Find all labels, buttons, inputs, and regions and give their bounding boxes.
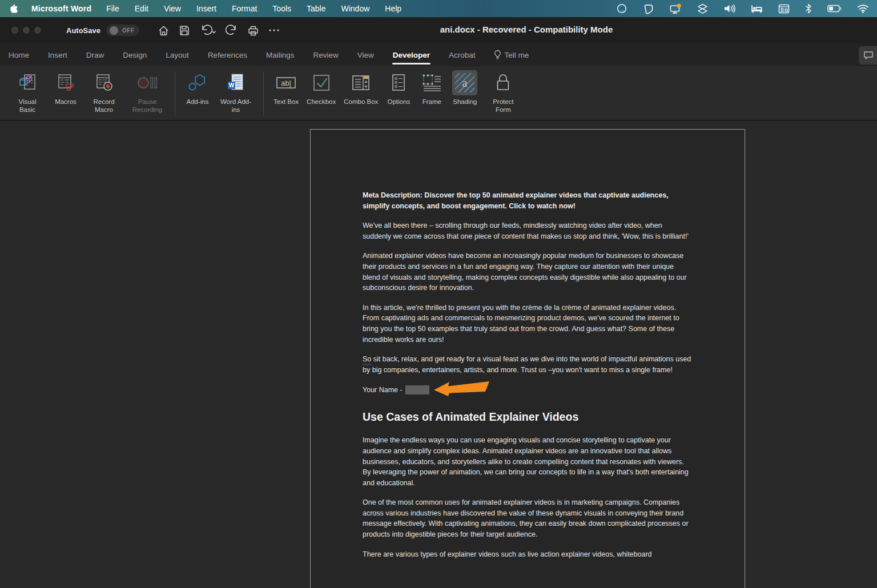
visual-basic-icon (18, 73, 37, 92)
ribbon-tab-row: Home Insert Draw Design Layout Reference… (0, 43, 877, 66)
stage-manager-icon[interactable] (697, 3, 708, 14)
macros-label: Macros (55, 98, 77, 106)
menu-table[interactable]: Table (307, 4, 325, 13)
shading-label: Shading (453, 98, 477, 106)
checkbox-label: Checkbox (307, 98, 336, 106)
tab-references[interactable]: References (207, 43, 248, 66)
comments-button[interactable] (859, 46, 877, 65)
home-icon[interactable] (158, 25, 170, 37)
undo-icon[interactable] (199, 24, 216, 37)
menu-view[interactable]: View (164, 4, 181, 13)
volume-icon[interactable] (723, 3, 735, 14)
wifi-icon[interactable] (857, 4, 869, 13)
name-form-field[interactable] (405, 385, 429, 394)
menu-app-name[interactable]: Microsoft Word (31, 4, 91, 13)
tab-layout[interactable]: Layout (165, 43, 190, 66)
section-heading: Use Cases of Animated Explainer Videos (363, 410, 691, 424)
pause-recording-label: Pause Recording (130, 98, 165, 114)
tab-draw[interactable]: Draw (86, 43, 105, 66)
combo-box-button[interactable]: Combo Box (340, 70, 382, 106)
print-icon[interactable] (247, 25, 259, 37)
more-icon[interactable] (268, 29, 280, 32)
add-ins-button[interactable]: Add-ins (181, 70, 214, 106)
word-add-ins-label: Word Add-ins (218, 98, 254, 114)
save-icon[interactable] (179, 25, 190, 36)
word-add-ins-icon: W (226, 73, 246, 92)
your-name-line: Your Name - (363, 384, 691, 396)
autosave-toggle-knob (110, 26, 118, 35)
bluetooth-icon[interactable] (805, 3, 812, 14)
record-macro-button[interactable]: Record Macro (82, 70, 126, 114)
redo-icon[interactable] (226, 24, 238, 37)
quick-access-toolbar (158, 24, 280, 37)
meta-description-paragraph: Meta Description: Discover the top 50 an… (363, 190, 691, 211)
visual-basic-button[interactable]: Visual Basic (6, 70, 49, 114)
body-paragraph-1: We've all been there – scrolling through… (363, 220, 691, 241)
svg-text:W: W (229, 82, 235, 88)
menu-insert[interactable]: Insert (196, 4, 216, 13)
autosave-control: AutoSave OFF (66, 25, 139, 36)
zoom-window-button[interactable] (34, 27, 41, 34)
orange-arrow-annotation (434, 381, 490, 397)
menu-status-icons (617, 3, 869, 14)
input-source-icon[interactable] (778, 4, 790, 14)
frame-label: Frame (423, 98, 441, 106)
ribbon-developer-tools: Visual Basic Macros Record Macro Pause R… (0, 66, 877, 121)
document-page[interactable]: Meta Description: Discover the top 50 an… (310, 129, 745, 588)
document-title: ani.docx - Recovered - Compatibility Mod… (440, 25, 613, 34)
tab-design[interactable]: Design (122, 43, 147, 66)
add-ins-icon (187, 73, 208, 92)
creative-cloud-icon[interactable] (617, 3, 628, 14)
menu-format[interactable]: Format (232, 4, 257, 13)
notability-icon[interactable] (643, 3, 654, 14)
options-button[interactable]: Options (382, 70, 415, 106)
menu-help[interactable]: Help (385, 4, 401, 13)
menu-window[interactable]: Window (341, 4, 370, 13)
text-box-label: Text Box (273, 98, 299, 106)
record-macro-icon (94, 73, 114, 92)
body-paragraph-4: So sit back, relax, and get ready for a … (363, 354, 691, 375)
macros-button[interactable]: Macros (49, 70, 82, 106)
tab-review[interactable]: Review (312, 43, 339, 66)
tab-acrobat[interactable]: Acrobat (448, 43, 476, 66)
tab-mailings[interactable]: Mailings (265, 43, 295, 66)
tell-me-control[interactable]: Tell me (494, 43, 529, 66)
display-alert-icon[interactable] (670, 3, 682, 14)
frame-button[interactable]: Frame (415, 70, 448, 106)
apple-menu-icon[interactable] (10, 3, 19, 14)
text-box-button[interactable]: ab| Text Box (269, 70, 303, 106)
amphetamine-bed-icon[interactable] (751, 3, 763, 14)
tell-me-label: Tell me (505, 51, 529, 59)
menu-tools[interactable]: Tools (272, 4, 291, 13)
autosave-toggle[interactable]: OFF (106, 25, 139, 36)
close-window-button[interactable] (11, 27, 18, 34)
visual-basic-label: Visual Basic (10, 98, 45, 114)
tab-developer[interactable]: Developer (392, 43, 431, 66)
document-canvas[interactable]: Meta Description: Discover the top 50 an… (0, 121, 877, 588)
shading-icon: a (455, 73, 474, 92)
body-paragraph-5: Imagine the endless ways you can use eng… (363, 435, 691, 488)
checkbox-button[interactable]: Checkbox (303, 70, 340, 106)
protect-form-button[interactable]: Protect Form (481, 70, 525, 114)
body-paragraph-3: In this article, we're thrilled to prese… (363, 303, 691, 345)
body-paragraph-7: There are various types of explainer vid… (363, 549, 691, 560)
document-text-column: Meta Description: Discover the top 50 an… (363, 130, 691, 559)
protect-form-icon (494, 73, 512, 92)
battery-icon[interactable] (827, 5, 842, 13)
menu-edit[interactable]: Edit (135, 4, 148, 13)
shading-button[interactable]: a Shading (448, 70, 481, 106)
menu-file[interactable]: File (106, 4, 119, 13)
word-add-ins-button[interactable]: W Word Add-ins (214, 70, 258, 114)
combo-box-label: Combo Box (344, 98, 378, 106)
pause-recording-icon (136, 73, 158, 92)
tab-view[interactable]: View (357, 43, 375, 66)
ribbon-group-divider (263, 71, 264, 116)
text-box-icon: ab| (276, 74, 296, 91)
tab-insert[interactable]: Insert (47, 43, 68, 66)
window-title-bar: AutoSave OFF ani.docx - Recovered - Comp… (0, 17, 877, 43)
minimize-window-button[interactable] (23, 27, 30, 34)
combo-box-icon (351, 74, 371, 92)
macos-menu-bar: Microsoft Word File Edit View Insert For… (0, 0, 877, 17)
pause-recording-button: Pause Recording (126, 70, 169, 114)
tab-home[interactable]: Home (8, 43, 30, 66)
